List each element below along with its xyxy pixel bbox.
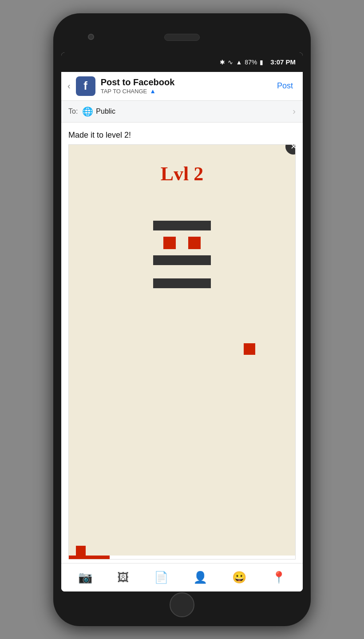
compose-area[interactable]: Made it to level 2! — [61, 123, 303, 144]
phone-speaker — [164, 34, 200, 41]
platform-top — [153, 221, 211, 230]
game-elements — [153, 221, 211, 288]
image-toolbar-icon[interactable]: 🖼 — [115, 569, 131, 586]
chevron-right-icon: › — [293, 106, 296, 116]
article-toolbar-icon[interactable]: 📄 — [152, 569, 170, 586]
post-text[interactable]: Made it to level 2! — [68, 130, 296, 141]
tag-friend-toolbar-icon[interactable]: 👤 — [191, 569, 209, 586]
battery-percent: 87% — [245, 59, 257, 66]
phone-bottom-bar — [61, 591, 303, 618]
eye-right — [188, 237, 201, 249]
subtitle-arrow-icon: ▲ — [150, 87, 156, 95]
header-title: Post to Facebook — [101, 77, 273, 87]
globe-icon: 🌐 — [82, 106, 93, 117]
emoji-toolbar-icon[interactable]: 😀 — [230, 569, 248, 586]
player-dot — [76, 546, 86, 556]
signal-icon: ▲ — [236, 59, 242, 66]
status-bar: ✱ ∿ ▲ 87% ▮ 3:07 PM — [61, 52, 303, 72]
phone-screen: ✱ ∿ ▲ 87% ▮ 3:07 PM ‹ f Post to Facebook… — [61, 52, 303, 591]
platform-middle — [153, 255, 211, 265]
camera-toolbar-icon[interactable]: 📷 — [76, 569, 94, 586]
battery-icon: ▮ — [260, 59, 263, 66]
audience-text: Public — [96, 107, 293, 115]
wifi-icon: ∿ — [228, 59, 233, 66]
game-image-container: ✕ Lvl 2 — [68, 144, 296, 560]
level-text: Lvl 2 — [161, 163, 204, 185]
back-arrow-icon[interactable]: ‹ — [67, 81, 71, 91]
game-image: Lvl 2 — [69, 145, 295, 559]
post-button[interactable]: Post — [273, 79, 297, 92]
header-subtitle[interactable]: TAP TO CHANGE ▲ — [101, 87, 273, 95]
close-icon: ✕ — [290, 144, 296, 151]
phone-device: ✱ ∿ ▲ 87% ▮ 3:07 PM ‹ f Post to Facebook… — [53, 13, 311, 626]
facebook-icon: f — [76, 76, 95, 96]
home-button[interactable] — [170, 592, 194, 617]
eyes-row — [163, 237, 201, 249]
audience-row[interactable]: To: 🌐 Public › — [61, 101, 303, 123]
header-title-block: Post to Facebook TAP TO CHANGE ▲ — [101, 77, 273, 95]
facebook-header: ‹ f Post to Facebook TAP TO CHANGE ▲ Pos… — [61, 72, 303, 101]
eye-left — [163, 237, 176, 249]
status-time: 3:07 PM — [270, 58, 296, 66]
phone-top-bar — [61, 21, 303, 52]
progress-bar-container — [69, 556, 295, 559]
progress-bar-fill — [69, 556, 110, 559]
platform-bottom — [153, 278, 211, 288]
audience-label: To: — [68, 107, 78, 115]
player-character — [244, 343, 255, 355]
phone-camera — [88, 34, 94, 40]
status-icons: ✱ ∿ ▲ 87% ▮ — [220, 59, 263, 66]
bluetooth-icon: ✱ — [220, 59, 225, 66]
location-toolbar-icon[interactable]: 📍 — [270, 569, 288, 586]
bottom-toolbar: 📷 🖼 📄 👤 😀 📍 — [61, 563, 303, 591]
